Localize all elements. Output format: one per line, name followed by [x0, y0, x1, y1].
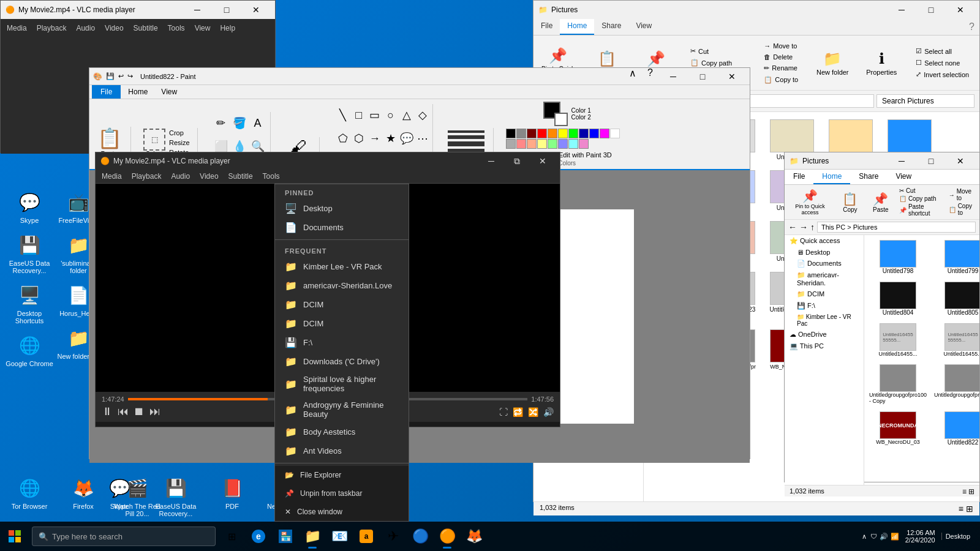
- select-none-btn-bg[interactable]: ☐ Select none: [912, 58, 973, 68]
- vlc-restore-fg[interactable]: ⧉: [505, 152, 529, 170]
- move-to-btn-fg[interactable]: → Move to: [949, 188, 976, 201]
- fg-list-view[interactable]: ≡: [962, 487, 967, 496]
- jump-dcim1[interactable]: 📁 DCIM: [275, 295, 409, 314]
- taskbar-app-explorer[interactable]: 📁: [299, 523, 326, 550]
- fg-file-untitled822[interactable]: Untitled822: [932, 409, 979, 448]
- taskbar-app-tripadvisor[interactable]: ✈: [380, 523, 407, 550]
- jump-body[interactable]: 📁 Body Aestetics: [275, 422, 409, 441]
- desktop-icon-watch[interactable]: 🎬 Watch The Red Pill 20...: [113, 476, 162, 517]
- jump-americavr[interactable]: 📁 americavr-Sheridan.Love: [275, 276, 409, 295]
- vlc-play-btn[interactable]: ⏸: [102, 405, 113, 418]
- tab-view-bg[interactable]: View: [628, 19, 659, 35]
- desktop-icon-tor[interactable]: 🌐 Tor Browser: [5, 476, 54, 517]
- swatch-yellow[interactable]: [558, 129, 568, 138]
- vlc-volume-btn[interactable]: 🔊: [543, 407, 554, 417]
- vlc-next-btn[interactable]: ⏭: [149, 405, 160, 418]
- taskbar-app-firefox[interactable]: 🦊: [461, 523, 488, 550]
- fg-file-untitled798[interactable]: Untitled798: [867, 238, 929, 277]
- fg-grid-view[interactable]: ⊞: [968, 487, 974, 496]
- show-hidden-tray-btn[interactable]: ∧: [862, 533, 867, 541]
- pin-quick-access-btn-fg[interactable]: 📌 Pin to Quick access: [788, 189, 832, 216]
- vlc-subtitle-fg[interactable]: Subtitle: [228, 172, 253, 181]
- more-btn[interactable]: ⋯: [412, 127, 434, 149]
- vlc-minimize-btn-bg[interactable]: ─: [183, 1, 211, 19]
- vlc-playback-fg[interactable]: Playback: [132, 172, 162, 181]
- jump-ant[interactable]: 📁 Ant Videos: [275, 441, 409, 460]
- vlc-video-menu-bg[interactable]: Video: [105, 24, 123, 32]
- search-box-bg[interactable]: Search Pictures: [876, 94, 974, 108]
- vlc-close-fg[interactable]: ✕: [530, 152, 555, 170]
- desktop-icon-firefox[interactable]: 🦊 Firefox: [59, 476, 108, 517]
- paint-close-btn[interactable]: ✕: [718, 67, 746, 86]
- paint-home-menu[interactable]: Home: [122, 85, 154, 99]
- jump-desktop[interactable]: 🖥️ Desktop: [275, 199, 409, 218]
- fg-file-untitled805[interactable]: Untitled805: [932, 279, 979, 318]
- antivirus-icon-tray[interactable]: 🛡: [870, 533, 877, 540]
- size-line-2[interactable]: [448, 135, 484, 139]
- invert-selection-btn-bg[interactable]: ⤢ Invert selection: [912, 69, 973, 80]
- swatch-magenta[interactable]: [600, 129, 609, 138]
- crop-btn[interactable]: Crop: [168, 128, 191, 138]
- list-view-btn-bg[interactable]: ≡: [959, 504, 963, 514]
- swatch-lightgreen[interactable]: [548, 139, 557, 149]
- vlc-video-fg[interactable]: Video: [200, 172, 218, 181]
- vlc-tools-fg[interactable]: Tools: [263, 172, 280, 181]
- copy-to-btn-bg[interactable]: 📋 Copy to: [760, 75, 802, 85]
- jump-documents[interactable]: 📄 Documents: [275, 218, 409, 237]
- move-to-btn-bg[interactable]: → Move to: [760, 41, 802, 51]
- jump-androgyny[interactable]: 📁 Androgyny & Feminine Beauty: [275, 397, 409, 422]
- swatch-lime[interactable]: [568, 129, 578, 138]
- vlc-audio-menu-bg[interactable]: Audio: [76, 24, 95, 32]
- volume-icon-tray[interactable]: 🔊: [880, 533, 888, 541]
- jump-close-window[interactable]: ✕ Close window: [275, 503, 409, 521]
- swatch-darkred[interactable]: [527, 129, 537, 138]
- desktop-btn[interactable]: Desktop: [941, 533, 974, 540]
- desktop-icon-easeus1[interactable]: 💾 EaseUS Data Recovery...: [5, 233, 54, 274]
- fg-nav-kimber[interactable]: 📁 Kimber Lee - VR Pac: [785, 312, 864, 329]
- tab-file-bg[interactable]: File: [533, 19, 560, 35]
- paste-btn-fg[interactable]: 📌 Paste: [869, 192, 893, 213]
- taskbar-app-vlc[interactable]: 🟠: [434, 523, 461, 550]
- address-input-fg[interactable]: This PC > Pictures: [817, 222, 976, 233]
- paste-shortcut-btn-fg[interactable]: 📌 Paste shortcut: [899, 203, 943, 217]
- tab-share-fg[interactable]: Share: [850, 170, 887, 184]
- vlc-close-btn-bg[interactable]: ✕: [242, 1, 270, 19]
- swatch-cyan[interactable]: [568, 139, 578, 149]
- cut-btn-bg[interactable]: ✂ Cut: [687, 46, 748, 56]
- paint-minimize-btn[interactable]: ─: [659, 67, 687, 86]
- paint-collapse-icon[interactable]: ∧: [624, 67, 641, 86]
- network-icon-tray[interactable]: 📶: [891, 533, 899, 541]
- select-all-btn-bg[interactable]: ☑ Select all: [912, 46, 973, 56]
- forward-btn-fg[interactable]: →: [799, 222, 808, 232]
- up-btn-fg[interactable]: ↑: [810, 222, 815, 232]
- swatch-pink[interactable]: [516, 139, 526, 149]
- swatch-lavender[interactable]: [579, 139, 589, 149]
- explorer-maximize-fg[interactable]: □: [917, 152, 945, 170]
- taskbar-app-edge[interactable]: e: [245, 523, 272, 550]
- fg-file-untitled804[interactable]: Untitled804: [867, 279, 929, 318]
- copy-to-btn-fg[interactable]: 📋 Copy to: [949, 203, 976, 216]
- swatch-lightblue[interactable]: [558, 139, 568, 149]
- edit-paint3d-btn[interactable]: Edit with Paint 3D: [559, 151, 612, 159]
- explorer-minimize-bg[interactable]: ─: [888, 1, 916, 19]
- taskbar-search-box[interactable]: 🔍 Type here to search: [32, 527, 216, 546]
- vlc-prev-btn[interactable]: ⏮: [118, 405, 129, 418]
- paint-quick-save-icon[interactable]: 💾: [106, 72, 115, 80]
- fg-file-untitled16455b[interactable]: Untitled1645555555... Untitled16455...: [932, 321, 979, 359]
- vlc-playback-menu-bg[interactable]: Playback: [37, 24, 67, 32]
- paint-maximize-btn[interactable]: □: [688, 67, 717, 86]
- taskbar-task-view[interactable]: ⊞: [218, 523, 245, 550]
- size-line-3[interactable]: [448, 141, 484, 146]
- fg-file-group[interactable]: Untitledgroupgofpro100: [932, 362, 979, 407]
- paint-undo-icon[interactable]: ↩: [118, 72, 124, 80]
- taskbar-app-1[interactable]: 🔵: [407, 523, 434, 550]
- fg-nav-desktop[interactable]: 🖥 Desktop: [785, 247, 864, 258]
- paint-view-menu[interactable]: View: [155, 85, 183, 99]
- color2-box[interactable]: [554, 113, 568, 126]
- desktop-icon-pdf[interactable]: 📕 PDF: [208, 476, 257, 517]
- jump-downloads[interactable]: 📁 Downloads ('C Drive'): [275, 352, 409, 371]
- tab-home-bg[interactable]: Home: [560, 19, 594, 35]
- back-btn-fg[interactable]: ←: [788, 222, 797, 232]
- desktop-icon-skype1[interactable]: 💬 Skype: [5, 190, 54, 224]
- vlc-shuffle-btn[interactable]: 🔀: [528, 407, 538, 417]
